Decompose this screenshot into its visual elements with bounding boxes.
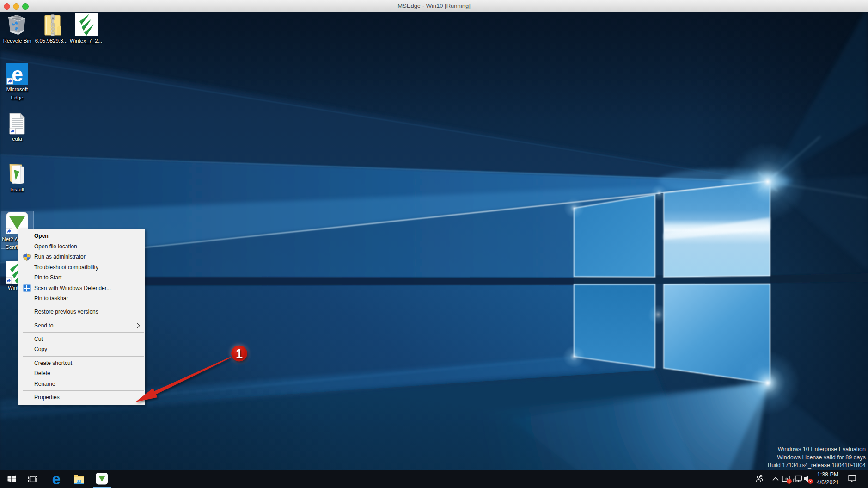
svg-text:1: 1: [236, 347, 243, 361]
